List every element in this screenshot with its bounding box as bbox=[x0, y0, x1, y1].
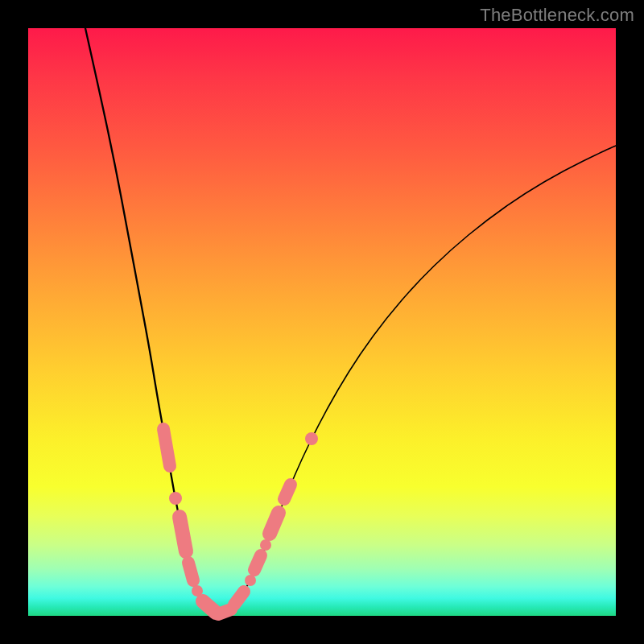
data-marker bbox=[234, 592, 244, 605]
right-curve bbox=[220, 146, 616, 614]
left-curve bbox=[85, 28, 220, 614]
data-marker bbox=[270, 513, 279, 534]
plot-area bbox=[28, 28, 616, 616]
data-marker bbox=[305, 432, 318, 445]
curves-svg bbox=[28, 28, 616, 616]
data-marker bbox=[254, 555, 261, 570]
data-marker bbox=[245, 575, 256, 586]
data-marker bbox=[284, 485, 291, 499]
data-marker bbox=[218, 609, 231, 614]
watermark-text: TheBottleneck.com bbox=[480, 5, 634, 26]
chart-frame: TheBottleneck.com bbox=[0, 0, 644, 644]
data-marker bbox=[188, 563, 193, 580]
data-marker bbox=[163, 429, 170, 466]
data-marker bbox=[180, 517, 186, 551]
data-marker bbox=[169, 492, 182, 505]
data-marker bbox=[260, 539, 271, 551]
